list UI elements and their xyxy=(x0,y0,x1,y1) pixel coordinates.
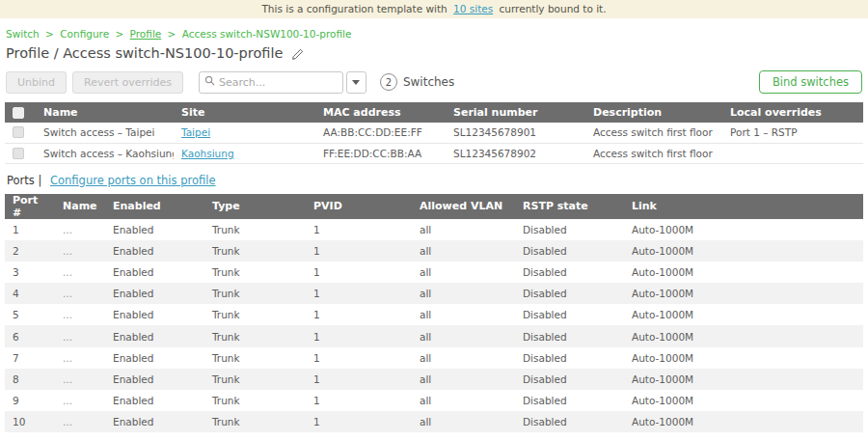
port-row[interactable]: 5 ... Enabled Trunk 1 all Disabled Auto-… xyxy=(5,304,863,325)
col-header-rstp: RSTP state xyxy=(515,194,624,219)
port-pvid: 1 xyxy=(306,304,412,325)
port-name: ... xyxy=(55,390,105,411)
switch-name: Switch access – Taipei xyxy=(36,123,174,143)
site-link[interactable]: Taipei xyxy=(181,126,210,138)
port-rstp-state: Disabled xyxy=(515,369,624,390)
port-row[interactable]: 4 ... Enabled Trunk 1 all Disabled Auto-… xyxy=(5,283,863,304)
search-input[interactable] xyxy=(219,76,338,89)
ports-label: Ports | xyxy=(7,174,41,187)
col-header-port-name: Name xyxy=(55,194,105,219)
port-type: Trunk xyxy=(204,369,306,390)
select-all-checkbox[interactable] xyxy=(13,107,24,119)
port-allowed-vlan: all xyxy=(412,325,515,346)
port-row[interactable]: 3 ... Enabled Trunk 1 all Disabled Auto-… xyxy=(5,262,863,283)
switch-serial: SL12345678902 xyxy=(446,143,585,163)
revert-overrides-button[interactable]: Revert overrides xyxy=(72,71,183,94)
ports-table-body: 1 ... Enabled Trunk 1 all Disabled Auto-… xyxy=(5,219,863,433)
port-name: ... xyxy=(55,304,105,325)
breadcrumb-separator: > xyxy=(45,28,54,40)
port-rstp-state: Disabled xyxy=(515,219,624,240)
switch-row[interactable]: Switch access – Taipei Taipei AA:BB:CC:D… xyxy=(5,123,863,143)
port-allowed-vlan: all xyxy=(412,219,515,240)
port-enabled: Enabled xyxy=(105,411,204,432)
configure-ports-link[interactable]: Configure ports on this profile xyxy=(50,174,216,187)
port-link-speed: Auto-1000M xyxy=(624,283,863,304)
port-row[interactable]: 6 ... Enabled Trunk 1 all Disabled Auto-… xyxy=(5,325,863,346)
port-row[interactable]: 7 ... Enabled Trunk 1 all Disabled Auto-… xyxy=(5,347,863,369)
unbind-button[interactable]: Unbind xyxy=(6,71,67,94)
site-link[interactable]: Kaohsiung xyxy=(181,148,234,159)
port-number: 4 xyxy=(5,283,55,304)
port-enabled: Enabled xyxy=(105,240,204,262)
search-icon xyxy=(204,75,215,89)
port-rstp-state: Disabled xyxy=(515,390,624,411)
port-allowed-vlan: all xyxy=(412,262,515,283)
switch-mac: AA:BB:CC:DD:EE:FF xyxy=(315,123,446,143)
port-enabled: Enabled xyxy=(105,304,204,325)
edit-pencil-icon[interactable] xyxy=(291,48,304,61)
port-row[interactable]: 9 ... Enabled Trunk 1 all Disabled Auto-… xyxy=(5,390,863,411)
toolbar: Unbind Revert overrides 2 Switches Bind … xyxy=(5,62,863,102)
port-row[interactable]: 2 ... Enabled Trunk 1 all Disabled Auto-… xyxy=(5,240,863,262)
port-link-speed: Auto-1000M xyxy=(624,240,863,262)
switches-table-body: Switch access – Taipei Taipei AA:BB:CC:D… xyxy=(5,123,863,163)
sites-link[interactable]: 10 sites xyxy=(453,3,493,14)
port-enabled: Enabled xyxy=(105,369,204,390)
port-link-speed: Auto-1000M xyxy=(624,390,863,411)
breadcrumb-switch[interactable]: Switch xyxy=(6,28,40,40)
port-rstp-state: Disabled xyxy=(515,240,624,262)
breadcrumb-separator: > xyxy=(168,28,176,40)
port-link-speed: Auto-1000M xyxy=(624,411,863,432)
port-number: 8 xyxy=(5,369,55,390)
port-pvid: 1 xyxy=(306,325,412,346)
banner-text-before: This is a configuration template with xyxy=(261,3,447,14)
port-name: ... xyxy=(55,240,105,262)
port-row[interactable]: 1 ... Enabled Trunk 1 all Disabled Auto-… xyxy=(5,219,863,240)
port-row[interactable]: 8 ... Enabled Trunk 1 all Disabled Auto-… xyxy=(5,369,863,390)
col-header-overrides: Local overrides xyxy=(722,102,863,123)
port-name: ... xyxy=(55,219,105,240)
breadcrumb-configure[interactable]: Configure xyxy=(60,28,109,40)
search-box xyxy=(199,71,343,94)
port-allowed-vlan: all xyxy=(412,411,515,432)
port-allowed-vlan: all xyxy=(412,304,515,325)
port-number: 2 xyxy=(5,240,55,262)
switch-count-badge: 2 xyxy=(380,73,397,91)
col-header-site: Site xyxy=(174,102,315,123)
port-enabled: Enabled xyxy=(105,390,204,411)
switches-table: Name Site MAC address Serial number Desc… xyxy=(5,102,863,164)
bind-switches-button[interactable]: Bind switches xyxy=(759,70,862,94)
col-header-serial: Serial number xyxy=(446,102,585,123)
chevron-down-icon xyxy=(352,80,360,85)
port-enabled: Enabled xyxy=(105,283,204,304)
row-checkbox[interactable] xyxy=(13,126,24,138)
port-rstp-state: Disabled xyxy=(515,411,624,432)
search-group xyxy=(199,71,366,94)
port-row[interactable]: 10 ... Enabled Trunk 1 all Disabled Auto… xyxy=(5,411,863,432)
port-pvid: 1 xyxy=(306,262,412,283)
port-link-speed: Auto-1000M xyxy=(624,325,863,346)
port-rstp-state: Disabled xyxy=(515,325,624,346)
breadcrumb-profile[interactable]: Profile xyxy=(130,28,162,40)
port-rstp-state: Disabled xyxy=(515,347,624,369)
col-header-mac: MAC address xyxy=(315,102,446,123)
page-root: This is a configuration template with 10… xyxy=(0,0,868,432)
port-link-speed: Auto-1000M xyxy=(624,219,863,240)
switch-description: Access switch first floor xyxy=(585,143,722,163)
switch-local-overrides: Port 1 – RSTP xyxy=(722,123,863,143)
port-type: Trunk xyxy=(204,304,306,325)
port-link-speed: Auto-1000M xyxy=(624,304,863,325)
port-type: Trunk xyxy=(204,325,306,346)
switch-row[interactable]: Switch access – Kaohsiung Kaohsiung FF:E… xyxy=(5,143,863,163)
switch-serial: SL12345678901 xyxy=(446,123,585,143)
port-allowed-vlan: all xyxy=(412,347,515,369)
breadcrumb-separator: > xyxy=(115,28,123,40)
page-title: Profile / Access switch-NS100-10-profile xyxy=(6,45,283,61)
port-pvid: 1 xyxy=(306,240,412,262)
port-name: ... xyxy=(55,369,105,390)
ports-table-header: Port # Name Enabled Type PVID Allowed VL… xyxy=(5,194,863,219)
switches-table-header: Name Site MAC address Serial number Desc… xyxy=(5,102,863,123)
row-checkbox[interactable] xyxy=(13,148,24,159)
breadcrumb-current-profile: Access switch-NSW100-10-profile xyxy=(182,28,352,40)
search-dropdown-button[interactable] xyxy=(346,71,366,94)
